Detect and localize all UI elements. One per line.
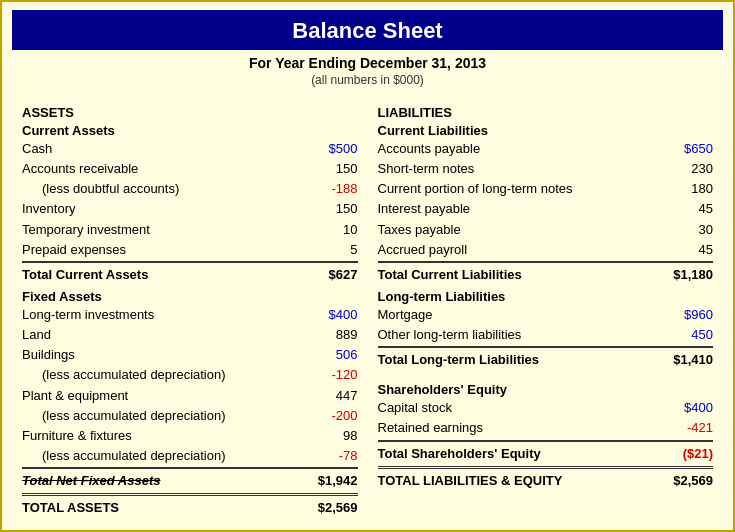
buildings-value: 506: [298, 345, 358, 365]
total-assets-value: $2,569: [298, 497, 358, 519]
ar-value: 150: [298, 159, 358, 179]
list-item: Plant & equipment 447: [22, 386, 358, 406]
total-fixed-assets-row: Total Net Fixed Assets $1,942: [22, 467, 358, 492]
inventory-label: Inventory: [22, 199, 298, 219]
temp-inv-value: 10: [298, 220, 358, 240]
taxes-label: Taxes payable: [378, 220, 654, 240]
list-item: Interest payable 45: [378, 199, 714, 219]
doubtful-value: -188: [298, 179, 358, 199]
list-item: Current portion of long-term notes 180: [378, 179, 714, 199]
note: (all numbers in $000): [2, 73, 733, 87]
lt-inv-value: $400: [298, 305, 358, 325]
total-current-assets-row: Total Current Assets $627: [22, 261, 358, 286]
prepaid-value: 5: [298, 240, 358, 260]
list-item: Land 889: [22, 325, 358, 345]
list-item: Short-term notes 230: [378, 159, 714, 179]
buildings-depr-value: -120: [298, 365, 358, 385]
total-lt-label: Total Long-term Liabilities: [378, 349, 654, 371]
total-assets-label: TOTAL ASSETS: [22, 497, 298, 519]
stn-value: 230: [653, 159, 713, 179]
total-cl-value: $1,180: [653, 264, 713, 286]
total-equity-row: Total Shareholders' Equity ($21): [378, 440, 714, 465]
furniture-value: 98: [298, 426, 358, 446]
list-item: Accrued payroll 45: [378, 240, 714, 260]
stn-label: Short-term notes: [378, 159, 654, 179]
furniture-label: Furniture & fixtures: [22, 426, 298, 446]
page-title: Balance Sheet: [12, 18, 723, 44]
list-item: Long-term investments $400: [22, 305, 358, 325]
assets-section-header: ASSETS: [22, 105, 358, 120]
liabilities-column: LIABILITIES Current Liabilities Accounts…: [368, 105, 724, 519]
plant-value: 447: [298, 386, 358, 406]
doubtful-label: (less doubtful accounts): [42, 179, 298, 199]
total-fixed-assets-value: $1,942: [298, 470, 358, 492]
list-item: (less accumulated depreciation) -200: [22, 406, 358, 426]
total-equity-label: Total Shareholders' Equity: [378, 443, 654, 465]
list-item: (less doubtful accounts) -188: [22, 179, 358, 199]
list-item: Accounts payable $650: [378, 139, 714, 159]
current-liabilities-header: Current Liabilities: [378, 123, 714, 138]
total-cl-label: Total Current Liabilities: [378, 264, 654, 286]
main-columns: ASSETS Current Assets Cash $500 Accounts…: [12, 105, 723, 519]
taxes-value: 30: [653, 220, 713, 240]
subtitle: For Year Ending December 31, 2013: [2, 55, 733, 71]
total-liabilities-equity-row: TOTAL LIABILITIES & EQUITY $2,569: [378, 466, 714, 492]
list-item: Prepaid expenses 5: [22, 240, 358, 260]
list-item: Buildings 506: [22, 345, 358, 365]
ap-value: $650: [653, 139, 713, 159]
cplt-value: 180: [653, 179, 713, 199]
fixed-assets-header: Fixed Assets: [22, 289, 358, 304]
total-lt-liabilities-row: Total Long-term Liabilities $1,410: [378, 346, 714, 371]
temp-inv-label: Temporary investment: [22, 220, 298, 240]
current-assets-header: Current Assets: [22, 123, 358, 138]
list-item: Accounts receivable 150: [22, 159, 358, 179]
longterm-liabilities-header: Long-term Liabilities: [378, 289, 714, 304]
list-item: Cash $500: [22, 139, 358, 159]
cash-value: $500: [298, 139, 358, 159]
retained-value: -421: [653, 418, 713, 438]
list-item: Taxes payable 30: [378, 220, 714, 240]
other-lt-label: Other long-term liabilities: [378, 325, 654, 345]
payroll-label: Accrued payroll: [378, 240, 654, 260]
list-item: Temporary investment 10: [22, 220, 358, 240]
other-lt-value: 450: [653, 325, 713, 345]
interest-label: Interest payable: [378, 199, 654, 219]
buildings-depr-label: (less accumulated depreciation): [42, 365, 298, 385]
total-current-assets-label: Total Current Assets: [22, 264, 298, 286]
equity-header: Shareholders' Equity: [378, 382, 714, 397]
retained-label: Retained earnings: [378, 418, 654, 438]
capital-value: $400: [653, 398, 713, 418]
land-label: Land: [22, 325, 298, 345]
total-le-value: $2,569: [653, 470, 713, 492]
list-item: Retained earnings -421: [378, 418, 714, 438]
furniture-depr-value: -78: [298, 446, 358, 466]
inventory-value: 150: [298, 199, 358, 219]
total-current-assets-value: $627: [298, 264, 358, 286]
plant-label: Plant & equipment: [22, 386, 298, 406]
cplt-label: Current portion of long-term notes: [378, 179, 654, 199]
list-item: (less accumulated depreciation) -78: [22, 446, 358, 466]
header-box: Balance Sheet: [12, 10, 723, 50]
interest-value: 45: [653, 199, 713, 219]
furniture-depr-label: (less accumulated depreciation): [42, 446, 298, 466]
list-item: (less accumulated depreciation) -120: [22, 365, 358, 385]
plant-depr-value: -200: [298, 406, 358, 426]
total-current-liabilities-row: Total Current Liabilities $1,180: [378, 261, 714, 286]
buildings-label: Buildings: [22, 345, 298, 365]
payroll-value: 45: [653, 240, 713, 260]
list-item: Other long-term liabilities 450: [378, 325, 714, 345]
list-item: Mortgage $960: [378, 305, 714, 325]
total-equity-value: ($21): [653, 443, 713, 465]
list-item: Capital stock $400: [378, 398, 714, 418]
capital-label: Capital stock: [378, 398, 654, 418]
total-le-label: TOTAL LIABILITIES & EQUITY: [378, 470, 654, 492]
total-fixed-assets-label: Total Net Fixed Assets: [22, 470, 298, 492]
list-item: Furniture & fixtures 98: [22, 426, 358, 446]
plant-depr-label: (less accumulated depreciation): [42, 406, 298, 426]
cash-label: Cash: [22, 139, 298, 159]
total-assets-row: TOTAL ASSETS $2,569: [22, 493, 358, 519]
list-item: Inventory 150: [22, 199, 358, 219]
mortgage-value: $960: [653, 305, 713, 325]
mortgage-label: Mortgage: [378, 305, 654, 325]
assets-column: ASSETS Current Assets Cash $500 Accounts…: [12, 105, 368, 519]
